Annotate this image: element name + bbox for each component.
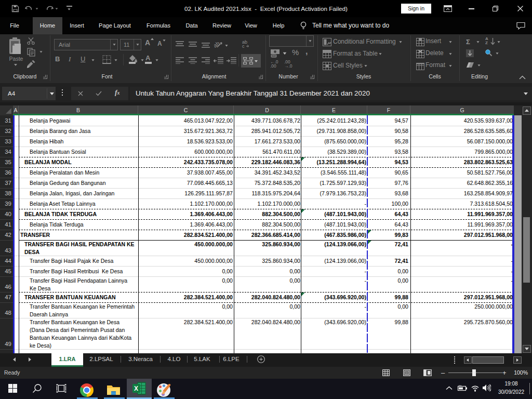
svg-text:c: c — [242, 44, 245, 48]
svg-text:X: X — [134, 385, 138, 392]
